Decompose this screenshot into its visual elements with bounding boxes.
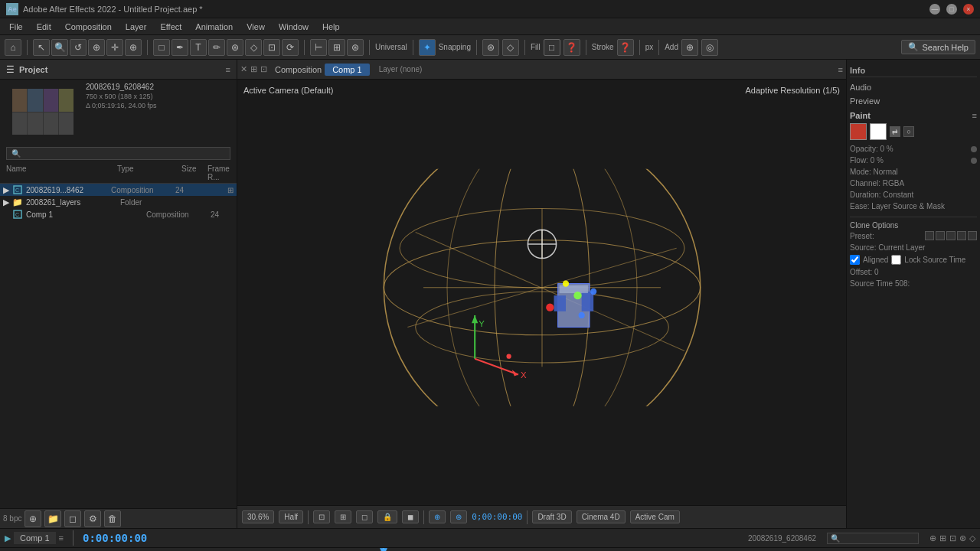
timeline-time[interactable]: 0:00:00:00 xyxy=(83,532,147,544)
distribute-tool[interactable]: ⊞ xyxy=(328,39,345,56)
opacity-dot[interactable] xyxy=(971,146,977,152)
add-btn2[interactable]: ◎ xyxy=(701,39,718,56)
menu-edit[interactable]: Edit xyxy=(31,21,57,33)
viewer-menu-btn[interactable]: ≡ xyxy=(838,65,843,74)
project-menu-btn[interactable]: ≡ xyxy=(226,65,230,74)
snapping-toggle[interactable]: ✦ xyxy=(419,39,436,56)
motion-blur-btn[interactable]: ⊕ xyxy=(429,510,446,523)
lock-view-btn[interactable]: 🔒 xyxy=(377,510,397,523)
fill-btn[interactable]: ❓ xyxy=(564,39,580,56)
roto-tool[interactable]: ⊡ xyxy=(263,39,280,56)
tool-separator-5 xyxy=(413,40,413,55)
proj-item-2[interactable]: ▶ 📁 2008261_layers Folder xyxy=(0,196,237,208)
new-item-btn[interactable]: ◻ xyxy=(64,510,81,527)
close-button[interactable]: × xyxy=(963,4,974,15)
chart-icon[interactable]: ◇ xyxy=(969,533,975,543)
maximize-button[interactable]: □ xyxy=(946,4,957,15)
zoom-tool[interactable]: 🔍 xyxy=(51,39,68,56)
titlebar-controls[interactable]: — □ × xyxy=(929,4,974,15)
preview-section[interactable]: Preview xyxy=(850,94,977,108)
anchor-tool[interactable]: ⊕ xyxy=(125,39,142,56)
home-tool[interactable]: ⌂ xyxy=(5,39,21,56)
foreground-color[interactable] xyxy=(850,123,867,140)
background-color[interactable] xyxy=(870,123,887,140)
text-tool[interactable]: T xyxy=(190,39,207,56)
lock-source-checkbox[interactable] xyxy=(891,255,901,265)
aligned-checkbox[interactable] xyxy=(850,255,860,265)
rect-tool[interactable]: □ xyxy=(153,39,170,56)
motion-blur-icon[interactable]: ⊛ xyxy=(959,533,966,543)
align-tool[interactable]: ⊢ xyxy=(310,39,327,56)
move-tool[interactable]: ✛ xyxy=(106,39,123,56)
proj-item-3[interactable]: C Comp 1 Composition 24 xyxy=(0,208,237,220)
menu-help[interactable]: Help xyxy=(316,21,346,33)
thumb-8 xyxy=(59,112,74,135)
active-cam-btn[interactable]: Active Cam xyxy=(630,510,680,523)
extra-btn-1[interactable]: ⊛ xyxy=(482,39,499,56)
proj-item-1[interactable]: ▶ C 20082619...8462 Composition 24 ⊞ xyxy=(0,184,237,196)
add-btn[interactable]: ⊕ xyxy=(681,39,698,56)
timeline-comp-tab[interactable]: Comp 1 xyxy=(14,532,56,544)
mode-label: Mode: Normal xyxy=(850,168,898,176)
region-btn[interactable]: ◻ xyxy=(356,510,373,523)
comp-name-tab[interactable]: Comp 1 xyxy=(325,64,370,76)
menu-view[interactable]: View xyxy=(240,21,271,33)
quality-select[interactable]: Half xyxy=(279,510,303,523)
extra-tool[interactable]: ⊛ xyxy=(347,39,364,56)
preset-2[interactable] xyxy=(936,231,945,240)
delete-btn[interactable]: 🗑 xyxy=(104,510,121,527)
time-cursor[interactable] xyxy=(383,548,384,551)
swap-colors-btn[interactable]: ⇄ xyxy=(890,126,900,137)
rotation-tool[interactable]: ↺ xyxy=(70,39,87,56)
brush-tool[interactable]: ✏ xyxy=(208,39,225,56)
clone-tool[interactable]: ⊛ xyxy=(227,39,243,56)
tab-arrow-icon[interactable]: ⊡ xyxy=(260,64,267,74)
preset-4[interactable] xyxy=(957,231,966,240)
frame-blend-icon[interactable]: ⊡ xyxy=(949,533,956,543)
search-help-box[interactable]: 🔍 Search Help xyxy=(901,40,975,54)
view-opts-btn[interactable]: ⊞ xyxy=(335,510,351,523)
close-viewer-icon[interactable]: ✕ xyxy=(240,64,247,74)
select-tool[interactable]: ↖ xyxy=(33,39,50,56)
lock-viewer-icon[interactable]: ⊞ xyxy=(250,64,257,74)
proj-name-2: 2008261_layers xyxy=(26,198,117,207)
menu-animation[interactable]: Animation xyxy=(189,21,239,33)
flow-dot[interactable] xyxy=(971,158,977,164)
menu-layer[interactable]: Layer xyxy=(119,21,153,33)
menu-file[interactable]: File xyxy=(3,21,29,33)
minimize-button[interactable]: — xyxy=(929,4,940,15)
timeline-search[interactable] xyxy=(827,533,919,544)
frame-blending-btn[interactable]: ⊛ xyxy=(450,510,467,523)
settings-btn[interactable]: ⚙ xyxy=(84,510,101,527)
pen-tool[interactable]: ✒ xyxy=(172,39,188,56)
new-comp-btn[interactable]: ⊕ xyxy=(24,510,41,527)
shy-icon[interactable]: ⊞ xyxy=(939,533,946,543)
view-options-btn[interactable]: ◼ xyxy=(402,510,419,523)
preset-1[interactable] xyxy=(925,231,934,240)
project-search[interactable] xyxy=(6,147,230,160)
timeline-menu-icon[interactable]: ≡ xyxy=(59,533,64,543)
menu-composition[interactable]: Composition xyxy=(59,21,118,33)
camera-tool[interactable]: ⊕ xyxy=(88,39,105,56)
extra-btn-2[interactable]: ◇ xyxy=(502,39,519,56)
ruler-bar[interactable]: 0 00:30 01:00 01:30 02:00 02:30 03:00 03… xyxy=(383,548,980,551)
puppet-tool[interactable]: ⟳ xyxy=(282,39,299,56)
preset-3[interactable] xyxy=(946,231,956,240)
menu-window[interactable]: Window xyxy=(273,21,315,33)
paint-color-row: ⇄ ○ xyxy=(850,123,977,140)
fill-color[interactable]: □ xyxy=(544,39,560,56)
zoom-select[interactable]: 30.6% xyxy=(242,510,274,523)
new-folder-btn[interactable]: 📁 xyxy=(44,510,61,527)
opacity-circle[interactable]: ○ xyxy=(903,126,914,137)
stroke-btn[interactable]: ❓ xyxy=(617,39,634,56)
vb-sep-2 xyxy=(423,510,424,524)
cinema-btn[interactable]: Cinema 4D xyxy=(577,510,626,523)
fast-preview-btn[interactable]: ⊡ xyxy=(313,510,330,523)
paint-menu-icon[interactable]: ≡ xyxy=(972,111,977,120)
draft-3d-btn[interactable]: Draft 3D xyxy=(532,510,571,523)
eraser-tool[interactable]: ◇ xyxy=(245,39,262,56)
audio-section[interactable]: Audio xyxy=(850,80,977,94)
preset-5[interactable] xyxy=(968,231,977,240)
menu-effect[interactable]: Effect xyxy=(154,21,188,33)
solo-icon[interactable]: ⊕ xyxy=(929,533,936,543)
